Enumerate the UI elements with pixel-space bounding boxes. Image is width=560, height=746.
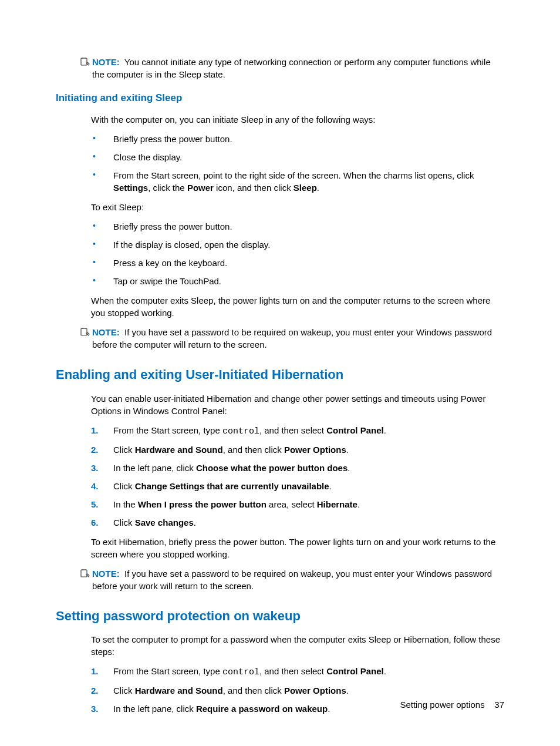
heading-password-protection: Setting password protection on wakeup	[56, 607, 504, 626]
list-item: From the Start screen, type control, and…	[91, 424, 504, 438]
list-item: From the Start screen, point to the righ…	[91, 169, 504, 194]
list-exit-sleep: Briefly press the power button. If the d…	[91, 220, 504, 287]
note-label: NOTE:	[92, 57, 120, 67]
note-text: NOTE: If you have set a password to be r…	[92, 326, 504, 351]
note-body: You cannot initiate any type of networki…	[92, 57, 491, 79]
list-item: In the left pane, click Choose what the …	[91, 462, 504, 474]
note-icon	[79, 56, 90, 67]
list-item: Briefly press the power button.	[91, 133, 504, 145]
note-block: NOTE: If you have set a password to be r…	[79, 567, 504, 592]
note-block: NOTE: You cannot initiate any type of ne…	[79, 56, 504, 80]
page-footer: Setting power options 37	[400, 698, 504, 711]
note-body: If you have set a password to be require…	[92, 327, 492, 350]
paragraph: With the computer on, you can initiate S…	[91, 113, 504, 126]
heading-initiating-sleep: Initiating and exiting Sleep	[56, 91, 504, 105]
footer-page-number: 37	[494, 700, 504, 710]
list-item: Briefly press the power button.	[91, 220, 504, 233]
note-icon	[79, 327, 90, 337]
paragraph: You can enable user-initiated Hibernatio…	[91, 392, 504, 417]
list-item: Tap or swipe the TouchPad.	[91, 275, 504, 287]
paragraph: To exit Sleep:	[91, 201, 504, 213]
note-label: NOTE:	[92, 569, 120, 579]
note-text: NOTE: You cannot initiate any type of ne…	[92, 56, 504, 80]
heading-hibernation: Enabling and exiting User-Initiated Hibe…	[56, 366, 504, 384]
footer-section: Setting power options	[400, 700, 484, 710]
note-block: NOTE: If you have set a password to be r…	[79, 326, 504, 351]
list-item: Click Save changes.	[91, 516, 504, 529]
list-item: Click Hardware and Sound, and then click…	[91, 443, 504, 456]
paragraph: When the computer exits Sleep, the power…	[91, 294, 504, 319]
list-item: In the When I press the power button are…	[91, 498, 504, 510]
list-item: Click Hardware and Sound, and then click…	[91, 684, 504, 697]
list-item: Close the display.	[91, 151, 504, 163]
list-item: From the Start screen, type control, and…	[91, 665, 504, 678]
list-hibernation-steps: From the Start screen, type control, and…	[91, 424, 504, 529]
list-item: If the display is closed, open the displ…	[91, 238, 504, 251]
paragraph: To set the computer to prompt for a pass…	[91, 633, 504, 658]
paragraph: To exit Hibernation, briefly press the p…	[91, 536, 504, 560]
svg-rect-2	[81, 570, 87, 577]
note-icon	[79, 568, 90, 579]
svg-rect-1	[81, 328, 87, 335]
note-label: NOTE:	[92, 327, 120, 337]
note-text: NOTE: If you have set a password to be r…	[92, 567, 504, 592]
note-body: If you have set a password to be require…	[92, 569, 492, 591]
list-item: Press a key on the keyboard.	[91, 257, 504, 269]
list-initiate-sleep: Briefly press the power button. Close th…	[91, 133, 504, 194]
svg-rect-0	[81, 58, 87, 65]
list-item: Click Change Settings that are currently…	[91, 480, 504, 492]
